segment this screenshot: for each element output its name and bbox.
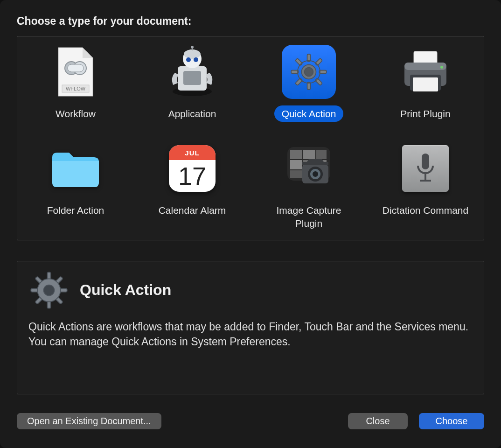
template-chooser-dialog: Choose a type for your document: WFLOW <box>0 0 501 448</box>
template-grid-container: WFLOW Workflow <box>17 36 484 240</box>
svg-rect-12 <box>183 71 201 85</box>
description-body: Quick Actions are workflows that may be … <box>28 319 473 349</box>
folder-icon <box>48 140 104 196</box>
svg-rect-22 <box>315 78 322 85</box>
dialog-title: Choose a type for your document: <box>17 15 484 28</box>
button-row: Open an Existing Document... Close Choos… <box>17 413 484 429</box>
template-image-capture-plugin[interactable]: Image Capture Plugin <box>250 138 367 231</box>
printer-icon <box>397 44 453 100</box>
svg-point-30 <box>440 66 443 69</box>
quick-action-icon <box>281 44 337 100</box>
template-grid: WFLOW Workflow <box>17 41 484 231</box>
svg-rect-43 <box>422 154 429 169</box>
svg-point-42 <box>313 171 318 177</box>
svg-rect-33 <box>303 150 315 159</box>
gear-icon <box>28 270 70 311</box>
template-workflow[interactable]: WFLOW Workflow <box>17 41 134 122</box>
template-print-plugin[interactable]: Print Plugin <box>367 41 484 122</box>
microphone-icon <box>397 140 453 196</box>
calendar-day: 17 <box>169 160 216 192</box>
close-button[interactable]: Close <box>348 413 408 429</box>
template-label: Print Plugin <box>393 105 458 122</box>
svg-point-9 <box>184 49 201 59</box>
template-label: Application <box>161 105 224 122</box>
description-title: Quick Action <box>80 281 171 299</box>
template-label: Quick Action <box>274 105 344 122</box>
svg-rect-20 <box>295 78 303 85</box>
image-capture-icon <box>281 140 337 196</box>
svg-rect-19 <box>315 58 322 66</box>
template-label: Dictation Command <box>375 202 476 218</box>
template-label: Workflow <box>48 105 103 122</box>
svg-text:WFLOW: WFLOW <box>66 86 86 91</box>
svg-point-24 <box>305 68 313 77</box>
svg-point-55 <box>44 285 55 295</box>
open-existing-button[interactable]: Open an Existing Document... <box>17 413 161 429</box>
choose-button[interactable]: Choose <box>419 413 484 429</box>
template-quick-action[interactable]: Quick Action <box>250 41 367 122</box>
svg-rect-35 <box>290 160 302 169</box>
template-label: Folder Action <box>40 202 112 218</box>
svg-point-10 <box>186 57 191 62</box>
description-panel: Quick Action Quick Actions are workflows… <box>17 261 484 394</box>
application-icon <box>164 44 220 100</box>
svg-rect-29 <box>413 77 438 91</box>
workflow-icon: WFLOW <box>48 44 104 100</box>
template-calendar-alarm[interactable]: JUL 17 Calendar Alarm <box>134 138 250 231</box>
template-dictation-command[interactable]: Dictation Command <box>367 138 484 231</box>
template-folder-action[interactable]: Folder Action <box>17 138 134 231</box>
svg-rect-4 <box>68 64 84 72</box>
svg-rect-34 <box>316 150 327 159</box>
svg-rect-27 <box>404 63 446 70</box>
svg-point-13 <box>191 46 194 49</box>
calendar-month: JUL <box>169 145 216 160</box>
calendar-icon: JUL 17 <box>164 140 220 196</box>
svg-rect-32 <box>290 150 302 159</box>
template-label: Image Capture Plugin <box>257 202 360 231</box>
template-application[interactable]: Application <box>134 41 250 122</box>
svg-point-11 <box>194 57 198 62</box>
svg-rect-21 <box>295 58 303 66</box>
template-label: Calendar Alarm <box>151 202 234 218</box>
